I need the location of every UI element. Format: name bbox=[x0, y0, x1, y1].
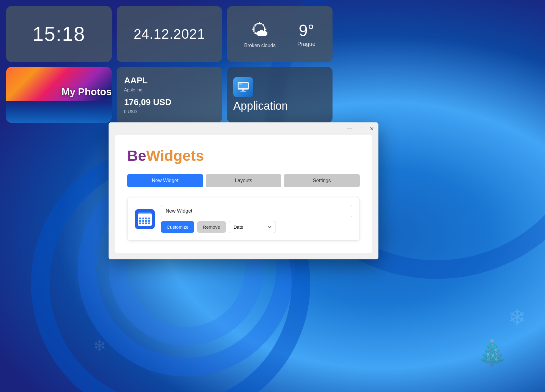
date-widget: 24.12.2021 bbox=[117, 6, 222, 62]
clock-widget: 15:18 bbox=[6, 6, 112, 62]
weather-icon: 🌤 bbox=[251, 20, 269, 40]
app-widget-name: Application bbox=[233, 99, 288, 112]
close-button[interactable]: ✕ bbox=[369, 126, 375, 132]
logo-widgets: Widgets bbox=[146, 148, 204, 164]
widget-card-icon bbox=[135, 209, 155, 229]
monitor-icon bbox=[237, 82, 249, 92]
svg-rect-3 bbox=[242, 90, 244, 91]
maximize-button[interactable]: □ bbox=[357, 126, 364, 132]
app-widget: Application bbox=[227, 67, 333, 123]
weather-widget: 🌤 Broken clouds 9° Prague bbox=[227, 6, 333, 62]
stock-company: Apple Inc. bbox=[124, 87, 143, 92]
stock-change: 0 USD— bbox=[124, 109, 141, 114]
widget-card-body: Customize Remove Date Time Weather Stock… bbox=[161, 205, 352, 233]
calendar-grid bbox=[139, 217, 151, 225]
widget-configuration-card: Customize Remove Date Time Weather Stock… bbox=[127, 197, 360, 241]
stock-ticker: AAPL bbox=[124, 76, 148, 86]
svg-rect-4 bbox=[240, 91, 246, 92]
widget-actions: Customize Remove Date Time Weather Stock… bbox=[161, 221, 352, 233]
desktop-widgets-area: 15:18 24.12.2021 🌤 Broken clouds 9° Prag… bbox=[6, 6, 333, 123]
customize-button[interactable]: Customize bbox=[161, 221, 194, 233]
widget-type-select[interactable]: Date Time Weather Stock Photos Applicati… bbox=[229, 221, 275, 233]
tab-bar: New Widget Layouts Settings bbox=[127, 174, 360, 187]
photos-widget: My Photos bbox=[6, 67, 112, 123]
tab-settings[interactable]: Settings bbox=[284, 174, 360, 187]
window-titlebar: — □ ✕ bbox=[109, 122, 378, 135]
stock-price: 176,09 USD bbox=[124, 97, 172, 107]
stock-widget: AAPL Apple Inc. 176,09 USD 0 USD— bbox=[117, 67, 222, 123]
window-main-content: BeWidgets New Widget Layouts Settings bbox=[115, 135, 372, 253]
bewidgets-window: — □ ✕ BeWidgets New Widget Layouts Setti… bbox=[109, 122, 378, 259]
weather-right: 9° Prague bbox=[297, 21, 315, 47]
calendar-body bbox=[138, 214, 152, 226]
remove-button[interactable]: Remove bbox=[197, 221, 226, 233]
widget-name-input[interactable] bbox=[161, 205, 352, 217]
svg-rect-2 bbox=[239, 83, 242, 85]
logo-be: Be bbox=[127, 148, 146, 164]
tab-layouts[interactable]: Layouts bbox=[206, 174, 282, 187]
calendar-icon bbox=[138, 212, 152, 226]
photos-landscape-bg bbox=[6, 101, 112, 123]
date-display: 24.12.2021 bbox=[134, 26, 205, 42]
weather-city: Prague bbox=[297, 41, 315, 47]
weather-description: Broken clouds bbox=[244, 43, 275, 48]
photos-label: My Photos bbox=[61, 86, 112, 98]
app-logo: BeWidgets bbox=[127, 147, 360, 164]
minimize-button[interactable]: — bbox=[346, 126, 352, 132]
clock-display: 15:18 bbox=[33, 23, 85, 46]
app-widget-icon bbox=[233, 77, 253, 97]
weather-temperature: 9° bbox=[299, 21, 314, 40]
weather-left: 🌤 Broken clouds bbox=[244, 20, 275, 48]
tab-new-widget[interactable]: New Widget bbox=[127, 174, 203, 187]
